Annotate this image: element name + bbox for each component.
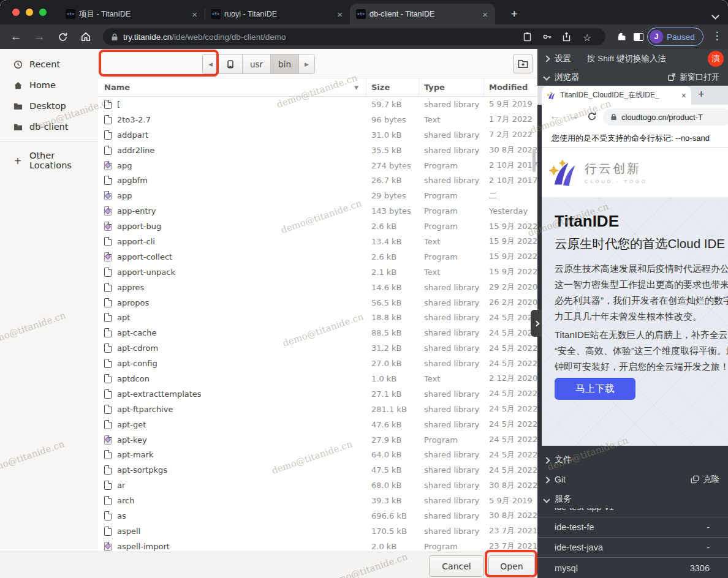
home-button[interactable] — [78, 29, 93, 44]
table-row[interactable]: apport-unpack 2.1 kB Text 15 9月 2022 — [98, 265, 537, 280]
table-row[interactable]: as 696.6 kB shared library 30 8月 2022 — [98, 508, 537, 524]
table-row[interactable]: aspell-import 2.0 kB Program 23 7月 2021 — [98, 539, 537, 552]
table-row[interactable]: [ 59.7 kB shared library 5 9月 2019 — [98, 97, 537, 112]
open-in-new-window-button[interactable]: 新窗口打开 — [667, 72, 719, 83]
clone-icon — [691, 475, 699, 484]
mini-url-field[interactable]: cloudtogo.cn/product-T — [603, 108, 728, 126]
service-row[interactable]: ide-test-fe - — [537, 517, 728, 538]
path-segment-usr[interactable]: usr — [243, 54, 271, 73]
services-section-row[interactable]: 服务 — [537, 490, 728, 508]
column-header-modified[interactable]: Modified — [484, 78, 537, 96]
table-row[interactable]: apt-mark 64.0 kB shared library 24 5月 20… — [98, 447, 537, 462]
address-bar[interactable]: try.titanide.cn/ide/web/coding/db-client… — [103, 28, 605, 45]
side-panel-icon[interactable] — [631, 29, 646, 44]
browser-menu-icon[interactable]: ⋮ — [711, 29, 723, 42]
table-row[interactable]: apport-collect 2.6 kB Program 15 9月 2022 — [98, 249, 537, 265]
cancel-button[interactable]: Cancel — [429, 555, 484, 577]
git-section-row[interactable]: Git 克隆 — [537, 470, 728, 489]
file-modified: 15 9月 2022 — [484, 251, 537, 262]
table-row[interactable]: aspell 170.5 kB shared library 23 7月 202… — [98, 524, 537, 539]
table-row[interactable]: arch 39.3 kB shared library 5 9月 2019 — [98, 493, 537, 508]
demo-badge[interactable]: 演 — [708, 51, 724, 67]
new-folder-button[interactable] — [513, 54, 533, 73]
window-minimize-button[interactable] — [26, 9, 33, 16]
file-type: shared library — [419, 405, 484, 414]
password-key-icon[interactable] — [542, 32, 553, 42]
table-row[interactable]: apt-ftparchive 281.1 kB shared library 2… — [98, 402, 537, 417]
table-row[interactable]: apport-cli 13.4 kB Text 15 9月 2022 — [98, 234, 537, 249]
table-row[interactable]: 2to3-2.7 96 bytes Text 1 7月 2022 — [98, 112, 537, 127]
browser-section-row[interactable]: 浏览器 新窗口打开 — [537, 68, 728, 86]
sidebar-item-other-locations[interactable]: + Other Locations — [0, 145, 98, 176]
git-clone-button[interactable]: 克隆 — [691, 474, 719, 485]
tab-close-icon[interactable]: × — [191, 9, 199, 20]
sidebar-item-recent[interactable]: Recent — [0, 54, 98, 75]
service-row[interactable]: ide-test-java - — [537, 538, 728, 558]
sidebar-item-home[interactable]: Home — [0, 75, 98, 96]
browser-tab-db-client-active[interactable]: <t> db-client - TitanIDE × — [350, 4, 495, 24]
annotation-breadcrumb-highlight — [99, 50, 219, 77]
service-port: - — [707, 522, 710, 532]
table-row[interactable]: apport-bug 2.6 kB Program 15 9月 2022 — [98, 219, 537, 234]
table-row[interactable]: apt-cache 88.5 kB shared library 24 5月 2… — [98, 325, 537, 340]
extensions-puzzle-icon[interactable] — [614, 29, 629, 44]
folder-icon — [13, 122, 23, 132]
mini-reload-button[interactable] — [587, 111, 597, 121]
table-row[interactable]: apt-cdrom 31.2 kB shared library 24 5月 2… — [98, 340, 537, 356]
share-icon[interactable] — [562, 32, 572, 42]
path-segment-bin-current[interactable]: bin — [271, 54, 299, 73]
tab-close-icon[interactable]: × — [481, 9, 489, 20]
mini-back-button[interactable]: ← — [550, 110, 560, 122]
window-zoom-button[interactable] — [39, 9, 47, 16]
table-row[interactable]: app-entry 143 bytes Program Yesterday — [98, 203, 537, 219]
table-row[interactable]: apt-sortpkgs 47.5 kB shared library 24 5… — [98, 462, 537, 478]
table-row[interactable]: apt-key 27.9 kB Program 24 5月 2022 — [98, 432, 537, 448]
files-section-row[interactable]: 文件 — [537, 451, 728, 469]
mini-new-tab-button[interactable]: + — [698, 88, 705, 101]
table-row[interactable]: apt 18.8 kB shared library 24 5月 2022 — [98, 310, 537, 325]
file-type: Program — [419, 161, 484, 170]
path-root-computer-button[interactable] — [219, 54, 243, 73]
window-close-button[interactable] — [12, 9, 20, 16]
tab-close-icon[interactable]: × — [336, 9, 344, 20]
mini-tab-close-icon[interactable]: × — [681, 91, 686, 100]
table-row[interactable]: app 29 bytes Program 二 — [98, 188, 537, 203]
back-button[interactable]: ← — [9, 29, 23, 44]
new-tab-button[interactable]: + — [506, 6, 522, 22]
settings-section-row[interactable]: 设置 按 Shift 键切换输入法 演 — [537, 49, 728, 68]
scrollbar-thumb[interactable] — [533, 149, 536, 172]
profile-chip[interactable]: J Paused — [647, 28, 703, 46]
panel-collapse-handle[interactable] — [531, 310, 542, 337]
sidebar-item-db-client[interactable]: db-client — [0, 116, 98, 137]
download-now-button[interactable]: 马上下载 — [555, 378, 635, 400]
table-row[interactable]: aptdcon 1.0 kB Text 2 12月 2020 — [98, 371, 537, 386]
browser-tab-project[interactable]: <t> 项目 - TitanIDE × — [59, 4, 205, 24]
table-row[interactable]: addpart 31.0 kB shared library 7 2月 2022 — [98, 127, 537, 143]
reload-button[interactable] — [55, 29, 70, 44]
column-header-type[interactable]: Type — [419, 78, 484, 96]
table-row[interactable]: ar 68.0 kB shared library 30 8月 2022 — [98, 478, 537, 493]
computer-icon — [226, 59, 235, 69]
browser-tab-ruoyi[interactable]: <t> ruoyi - TitanIDE × — [205, 4, 350, 24]
path-forward-button[interactable]: ▶ — [299, 54, 314, 73]
tab-search-chevron-icon[interactable] — [713, 10, 718, 21]
bookmark-star-icon[interactable]: ☆ — [583, 32, 593, 42]
file-name: ar — [117, 481, 125, 490]
table-row[interactable]: addr2line 35.5 kB shared library 30 8月 2… — [98, 143, 537, 158]
table-row[interactable]: apt-config 27.0 kB shared library 24 5月 … — [98, 356, 537, 371]
table-row[interactable]: apt-extracttemplates 27.1 kB shared libr… — [98, 386, 537, 402]
mini-forward-button[interactable]: → — [569, 110, 579, 122]
table-row[interactable]: apg 274 bytes Program 2 10月 2017 — [98, 158, 537, 173]
file-name: app-entry — [117, 206, 156, 216]
table-row[interactable]: apgbfm 26.7 kB shared library 2 10月 2017 — [98, 173, 537, 188]
column-header-size[interactable]: Size — [366, 78, 419, 96]
clipboard-icon[interactable] — [523, 32, 533, 42]
service-row[interactable]: mysql 3306 — [537, 558, 728, 578]
table-row[interactable]: apt-get 47.6 kB shared library 24 5月 202… — [98, 417, 537, 432]
table-row[interactable]: appres 14.6 kB shared library 29 2月 2020 — [98, 280, 537, 295]
forward-button[interactable]: → — [32, 29, 47, 44]
table-row[interactable]: apropos 56.5 kB shared library 26 2月 202… — [98, 295, 537, 310]
mini-browser-tab[interactable]: TitanIDE_CloudIDE_在线IDE_ × — [542, 86, 691, 105]
column-header-name[interactable]: Name ▼ — [98, 78, 366, 96]
sidebar-item-desktop[interactable]: Desktop — [0, 96, 98, 116]
